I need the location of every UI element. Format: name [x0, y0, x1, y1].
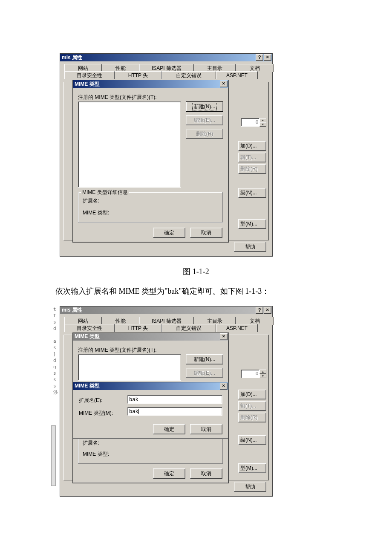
title-text-2: mis 属性 — [62, 306, 82, 314]
side-btn-edit-2: 辑(T)... — [238, 401, 266, 411]
tab-httpheaders[interactable]: HTTP 头 — [115, 71, 161, 79]
close-icon[interactable] — [220, 81, 228, 87]
add-ok-button[interactable]: 确定 — [153, 424, 185, 434]
mime-detail-group-2: 扩展名: MIME 类型: — [78, 435, 223, 464]
tab-aspnet[interactable]: ASP.NET — [216, 324, 258, 332]
side-btn-add-2[interactable]: 加(D)... — [238, 390, 266, 399]
mime-add-dialog: MIME 类型 扩展名(E): MIME 类型(M): bak bak 确定 取… — [72, 382, 229, 439]
titlebar-properties: mis 属性 — [60, 54, 272, 61]
scrollbar-hint — [51, 425, 56, 486]
mimetype-label-2: MIME 类型: — [83, 451, 109, 458]
add-cancel-button[interactable]: 取消 — [190, 424, 222, 434]
tab-strip-2: 网站 性能 ISAPI 筛选器 主目录 文档 目录安全性 HTTP 头 自定义错… — [60, 314, 272, 335]
mime-add-title: MIME 类型 — [75, 382, 100, 390]
help-icon[interactable] — [256, 54, 263, 61]
timeout-spinner-2[interactable]: 0 ▲▼ — [241, 370, 266, 378]
side-btn-type[interactable]: 型(M)... — [238, 219, 266, 229]
mime-delete-button: 删除(R) — [186, 129, 223, 139]
tab-dirsecurity[interactable]: 目录安全性 — [64, 71, 115, 79]
mime-listbox-2[interactable] — [78, 354, 181, 381]
extension-label-2: 扩展名: — [83, 439, 99, 447]
tab-httpheaders[interactable]: HTTP 头 — [115, 324, 161, 332]
figure-1: mis 属性 网站 性能 ISAPI 筛选器 主目录 文档 目录安全性 HTTP… — [60, 53, 392, 258]
side-btn-add[interactable]: 加(D)... — [238, 141, 266, 151]
mime-registered-label: 注册的 MIME 类型(文件扩展名)(T): — [78, 94, 157, 101]
help-icon[interactable] — [256, 307, 263, 314]
spinner-buttons-2[interactable]: ▲▼ — [259, 370, 266, 378]
mimetype-input[interactable]: bak — [127, 407, 222, 416]
side-btn-level-2[interactable]: 级(N)... — [238, 435, 266, 445]
close-icon[interactable] — [220, 333, 228, 340]
mime-ok-button[interactable]: 确定 — [153, 228, 185, 238]
help-button[interactable]: 帮助 — [234, 242, 266, 252]
mime-title: MIME 类型 — [75, 81, 100, 88]
extension-label: 扩展名: — [83, 197, 99, 205]
side-btn-type-2[interactable]: 型(M)... — [238, 463, 266, 473]
add-mime-label: MIME 类型(M): — [79, 410, 113, 417]
mime-ok-button-2: 确定 — [153, 468, 185, 479]
instruction-paragraph: 依次输入扩展名和 MIME 类型为"bak"确定即可。如下图 1-1-3： — [0, 285, 392, 298]
mime-new-button-2[interactable]: 新建(N)... — [186, 354, 223, 364]
titlebar-mime-2: MIME 类型 — [73, 333, 228, 341]
spinner-buttons[interactable]: ▲▼ — [259, 118, 266, 127]
side-btn-level[interactable]: 级(N)... — [238, 188, 266, 198]
titlebar-mime: MIME 类型 — [73, 80, 228, 88]
mimetype-label: MIME 类型: — [83, 209, 109, 217]
mime-detail-group: MIME 类型详细信息 扩展名: MIME 类型: — [78, 192, 223, 223]
close-icon[interactable] — [220, 383, 228, 390]
tab-customerrors[interactable]: 自定义错误 — [161, 71, 216, 79]
tab-aspnet[interactable]: ASP.NET — [216, 71, 258, 79]
close-icon[interactable] — [264, 54, 271, 61]
timeout-spinner[interactable]: 0 ▲▼ — [241, 118, 266, 127]
figure-caption-1: 图 1-1-2 — [0, 266, 392, 277]
title-text: mis 属性 — [62, 54, 82, 61]
mime-edit-button-2: 编辑(E)... — [186, 368, 223, 378]
mime-cancel-button[interactable]: 取消 — [190, 228, 222, 238]
side-btn-edit: 辑(T)... — [238, 153, 266, 162]
help-button-2[interactable]: 帮助 — [234, 482, 266, 492]
titlebar-mime-add: MIME 类型 — [73, 382, 228, 390]
close-icon[interactable] — [264, 307, 271, 314]
mime-edit-button: 编辑(E)... — [186, 115, 223, 125]
figure-2: t t s d a s } d g s s s 涉 mis 属性 网站 性能 I… — [60, 306, 392, 498]
titlebar-properties-2: mis 属性 — [60, 306, 272, 314]
tab-strip: 网站 性能 ISAPI 筛选器 主目录 文档 目录安全性 HTTP 头 自定义错… — [60, 61, 272, 82]
spinner-value-2[interactable]: 0 — [241, 370, 259, 378]
add-ext-label: 扩展名(E): — [79, 397, 102, 404]
mime-cancel-button-2[interactable]: 取消 — [190, 468, 222, 479]
mime-listbox[interactable] — [78, 101, 181, 188]
side-btn-delete: 删除(R) — [238, 164, 266, 174]
mime-title-2: MIME 类型 — [75, 333, 100, 340]
mime-new-button[interactable]: 新建(N)... — [186, 101, 223, 112]
side-btn-delete-2: 删除(R) — [238, 413, 266, 422]
mime-registered-label-2: 注册的 MIME 类型(文件扩展名)(T): — [78, 347, 157, 354]
spinner-value[interactable]: 0 — [241, 118, 259, 127]
extension-input[interactable]: bak — [127, 395, 222, 404]
cropped-text-left: t t s d a s } d g s s s 涉 — [53, 306, 58, 396]
mime-types-dialog: MIME 类型 注册的 MIME 类型(文件扩展名)(T): 新建(N)... … — [72, 80, 229, 243]
mime-detail-title: MIME 类型详细信息 — [81, 189, 129, 196]
tab-customerrors[interactable]: 自定义错误 — [161, 324, 216, 332]
tab-dirsecurity[interactable]: 目录安全性 — [64, 324, 115, 332]
